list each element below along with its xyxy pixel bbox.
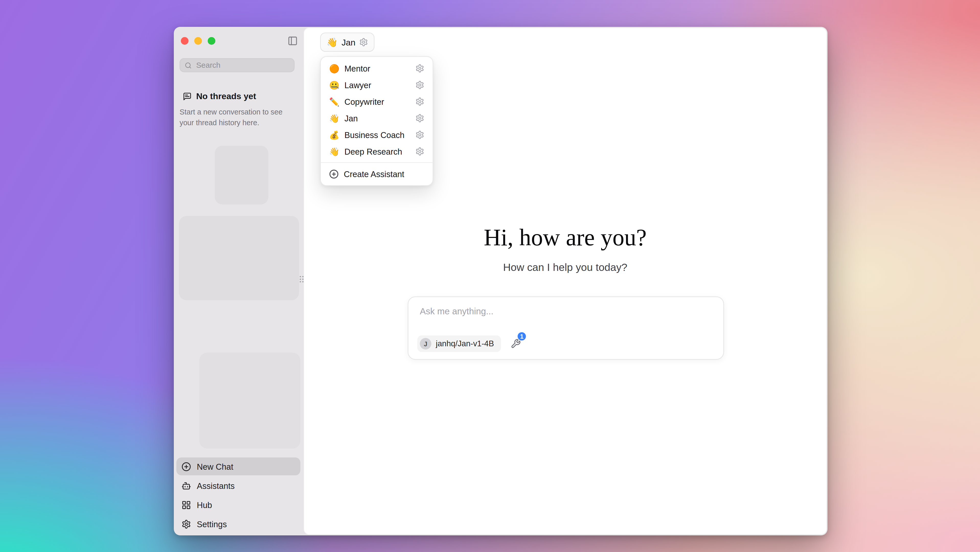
sidebar-item-assistants[interactable]: Assistants — [177, 477, 300, 495]
search-box[interactable] — [180, 58, 295, 72]
sidebar-item-new-chat[interactable]: New Chat — [177, 457, 300, 475]
assistant-menu-item-business-coach[interactable]: 💰 Business Coach — [324, 127, 430, 143]
empty-threads-description: Start a new conversation to see your thr… — [180, 107, 292, 129]
empty-threads-title: No threads yet — [196, 91, 256, 101]
assistant-menu-item-jan[interactable]: 👋 Jan — [324, 110, 430, 127]
chat-bubble-icon — [183, 92, 192, 101]
assistant-menu-item-mentor[interactable]: 🟠 Mentor — [324, 60, 430, 77]
sidebar-item-settings[interactable]: Settings — [177, 515, 300, 533]
gear-icon[interactable] — [415, 97, 424, 106]
plus-circle-icon — [329, 169, 339, 179]
assistant-emoji: ✏️ — [329, 97, 339, 106]
assistant-emoji: 👋 — [329, 147, 339, 156]
assistant-emoji: 🟠 — [329, 64, 339, 73]
gear-icon[interactable] — [415, 81, 424, 89]
window-controls — [181, 37, 215, 45]
assistant-emoji: 💰 — [329, 130, 339, 139]
assistant-emoji: 👋 — [327, 38, 338, 47]
empty-threads-title-row: No threads yet — [180, 91, 298, 101]
gear-icon[interactable] — [360, 38, 368, 47]
gear-icon[interactable] — [415, 64, 424, 73]
sidebar-ghost-shape — [215, 146, 268, 204]
grid-icon — [181, 500, 191, 509]
sidebar-nav: New Chat Assistants Hub Settings — [177, 456, 300, 533]
sidebar-ghost-shape — [179, 216, 299, 300]
assistant-dropdown-menu: 🟠 Mentor 🤐 Lawyer ✏️ Copywriter 👋 Jan — [320, 56, 434, 186]
panel-left-icon — [288, 36, 298, 46]
zoom-window-button[interactable] — [208, 37, 215, 45]
menu-divider — [321, 162, 433, 163]
sidebar-item-label: New Chat — [197, 461, 233, 471]
gear-icon[interactable] — [415, 147, 424, 156]
model-selector-button[interactable]: J janhq/Jan-v1-4B — [417, 336, 501, 352]
sidebar-item-label: Assistants — [197, 481, 235, 490]
tools-count-badge: 1 — [517, 332, 527, 341]
sidebar: No threads yet Start a new conversation … — [174, 27, 304, 535]
close-window-button[interactable] — [181, 37, 189, 45]
desktop-background: No threads yet Start a new conversation … — [0, 0, 980, 552]
main-panel: 👋 Jan 🟠 Mentor 🤐 Lawyer ✏️ Copywriter — [304, 28, 827, 535]
model-avatar: J — [420, 338, 431, 350]
search-icon — [185, 62, 192, 69]
chat-input[interactable] — [419, 305, 713, 317]
minimize-window-button[interactable] — [194, 37, 202, 45]
assistant-menu-item-lawyer[interactable]: 🤐 Lawyer — [324, 77, 430, 93]
create-assistant-button[interactable]: Create Assistant — [324, 165, 430, 182]
greeting-subtitle: How can I help you today? — [304, 260, 826, 274]
gear-icon — [181, 519, 191, 529]
jan-app-window: No threads yet Start a new conversation … — [174, 27, 828, 535]
model-name: janhq/Jan-v1-4B — [436, 339, 494, 348]
tools-button[interactable]: 1 — [511, 339, 521, 349]
greeting-title: Hi, how are you? — [304, 224, 826, 251]
robot-icon — [181, 481, 191, 490]
chat-composer[interactable]: J janhq/Jan-v1-4B 1 — [408, 296, 724, 360]
assistant-menu-item-copywriter[interactable]: ✏️ Copywriter — [324, 93, 430, 110]
plus-circle-icon — [181, 461, 191, 471]
sidebar-toggle-button[interactable] — [288, 36, 298, 46]
gear-icon[interactable] — [415, 130, 424, 139]
sidebar-ghost-shape — [199, 353, 300, 449]
sidebar-resize-handle[interactable] — [300, 276, 304, 282]
assistant-selector-button[interactable]: 👋 Jan — [320, 33, 375, 52]
sidebar-item-hub[interactable]: Hub — [177, 496, 300, 514]
assistant-menu-item-deep-research[interactable]: 👋 Deep Research — [324, 143, 430, 160]
search-input[interactable] — [195, 60, 290, 70]
sidebar-item-label: Settings — [197, 519, 227, 529]
empty-threads-state: No threads yet Start a new conversation … — [180, 91, 298, 129]
composer-toolbar: J janhq/Jan-v1-4B 1 — [417, 336, 521, 352]
assistant-emoji: 🤐 — [329, 81, 339, 89]
assistant-name: Jan — [342, 37, 355, 47]
assistant-emoji: 👋 — [329, 114, 339, 122]
sidebar-item-label: Hub — [197, 500, 212, 509]
gear-icon[interactable] — [415, 114, 424, 122]
